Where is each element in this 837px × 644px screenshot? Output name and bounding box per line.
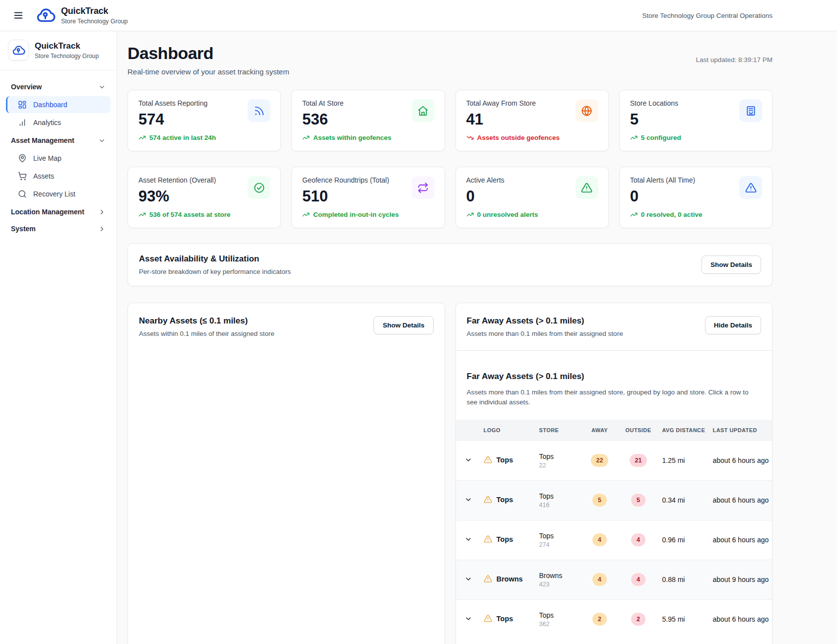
stat-cards-grid: Total Assets Reporting574574 active in l… (128, 90, 773, 228)
sidebar-section-overview[interactable]: Overview (6, 78, 111, 95)
avg-distance: 0.96 mi (659, 520, 710, 560)
column-header-avg-distance: AVG DISTANCE (659, 420, 710, 441)
column-header-away: AWAY (582, 420, 618, 441)
section-label: Location Management (11, 208, 84, 216)
check-circle-icon (248, 176, 270, 199)
store-name: Tops (539, 532, 579, 540)
store-number: 416 (539, 502, 579, 509)
table-row[interactable]: TopsTops362225.95 miabout 6 hours ago (456, 599, 773, 639)
logo-name: Tops (497, 456, 514, 464)
assets-columns: Nearby Assets (≤ 0.1 miles) Assets withi… (128, 303, 773, 644)
sidebar-section-asset-management[interactable]: Asset Management (6, 132, 111, 149)
stat-card-geofence-roundtrips-total: Geofence Roundtrips (Total)510Completed … (291, 167, 445, 228)
table-row[interactable]: TopsTops2222211.25 miabout 6 hours ago (456, 441, 773, 481)
sidebar-item-recovery-list[interactable]: Recovery List (6, 186, 111, 202)
chevron-down-icon[interactable] (464, 456, 472, 464)
chevron-down-icon[interactable] (464, 535, 472, 543)
sidebar-section-location-management[interactable]: Location Management (6, 203, 111, 220)
sidebar-item-analytics[interactable]: Analytics (6, 114, 111, 131)
avg-distance: 5.95 mi (659, 599, 710, 639)
main-content: Dashboard Real-time overview of your ass… (117, 31, 837, 644)
warning-triangle-icon (484, 535, 492, 543)
quicktrack-logo-icon (8, 40, 29, 61)
layout-dashboard-icon (18, 100, 27, 109)
last-updated: about 9 hours ago (710, 560, 773, 599)
sidebar-item-assets[interactable]: Assets (6, 168, 111, 185)
stat-delta-text: 5 configured (641, 134, 681, 141)
stat-card-active-alerts: Active Alerts00 unresolved alerts (455, 167, 609, 228)
page-header: Dashboard Real-time overview of your ass… (128, 44, 773, 76)
avg-distance: 0.34 mi (659, 480, 710, 520)
store-name: Tops (539, 452, 579, 460)
stat-delta-text: Assets within geofences (313, 134, 391, 141)
sidebar-item-label: Analytics (33, 119, 61, 127)
topbar: QuickTrack Store Technology Group Store … (0, 0, 837, 31)
trending-up-icon (302, 211, 310, 218)
table-row[interactable]: TopsTops416550.34 miabout 6 hours ago (456, 480, 773, 520)
trending-up-icon (466, 211, 474, 218)
show-details-button-nearby[interactable]: Show Details (374, 316, 433, 334)
avg-distance: 1.25 mi (659, 441, 710, 481)
column-header-outside: OUTSIDE (618, 420, 659, 441)
away-count-badge: 22 (591, 454, 609, 467)
last-updated: about 6 hours ago (710, 480, 773, 520)
building-icon (739, 99, 762, 122)
stat-card-total-assets-reporting: Total Assets Reporting574574 active in l… (128, 90, 281, 151)
stat-delta: 0 resolved, 0 active (630, 211, 762, 218)
stat-card-total-at-store: Total At Store536Assets within geofences (291, 90, 445, 151)
quicktrack-logo-icon (36, 5, 56, 25)
away-count-badge: 2 (592, 613, 607, 626)
stat-delta: 5 configured (630, 134, 762, 141)
nearby-assets-title: Nearby Assets (≤ 0.1 miles) (139, 316, 274, 326)
trending-up-icon (138, 134, 146, 141)
column-header-store: STORE (536, 420, 582, 441)
section-label: System (11, 225, 36, 233)
chevron-down-icon[interactable] (464, 615, 472, 623)
far-away-details-description: Assets more than 0.1 miles from their as… (467, 387, 757, 408)
last-updated: about 6 hours ago (710, 520, 773, 560)
stat-delta: 0 unresolved alerts (466, 211, 598, 218)
sidebar-item-label: Recovery List (33, 190, 75, 198)
far-away-table-header: LOGOSTOREAWAYOUTSIDEAVG DISTANCELAST UPD… (456, 420, 773, 441)
availability-panel: Asset Availability & Utilization Per-sto… (128, 243, 773, 286)
nearby-assets-header: Nearby Assets (≤ 0.1 miles) Assets withi… (128, 303, 445, 350)
table-row[interactable]: TopsTops274440.96 miabout 6 hours ago (456, 520, 773, 560)
chevron-down-icon[interactable] (464, 496, 472, 504)
hide-details-button-far[interactable]: Hide Details (705, 316, 761, 334)
trending-up-icon (302, 134, 310, 141)
nearby-assets-subtitle: Assets within 0.1 miles of their assigne… (139, 330, 274, 337)
warning-triangle-icon (484, 614, 492, 623)
table-row[interactable]: BrownsBrowns423440.88 miabout 9 hours ag… (456, 560, 773, 599)
warning-triangle-icon (484, 495, 492, 504)
stat-delta: 536 of 574 assets at store (138, 211, 270, 218)
sidebar-item-live-map[interactable]: Live Map (6, 150, 111, 167)
repeat-icon (412, 176, 435, 199)
availability-subtitle: Per-store breakdown of key performance i… (139, 268, 291, 275)
sidebar: QuickTrack Store Technology Group Overvi… (0, 31, 117, 644)
outside-count-badge: 4 (631, 573, 645, 586)
hamburger-menu-icon[interactable] (13, 10, 24, 21)
sidebar-item-label: Assets (33, 172, 54, 180)
show-details-button-availability[interactable]: Show Details (702, 256, 761, 274)
column-header-last-updated: LAST UPDATED (710, 420, 773, 441)
trending-up-icon (630, 134, 638, 141)
stat-delta-text: Completed in-out-in cycles (313, 211, 399, 218)
sidebar-brand: QuickTrack Store Technology Group (0, 31, 117, 70)
chevron-right-icon (98, 225, 106, 233)
column-header-logo: LOGO (481, 420, 536, 441)
store-name: Tops (539, 611, 579, 619)
sidebar-item-dashboard[interactable]: Dashboard (6, 96, 111, 113)
stat-delta: Assets within geofences (302, 134, 434, 141)
away-count-badge: 4 (592, 533, 607, 546)
stat-delta-text: 0 resolved, 0 active (641, 211, 703, 218)
trending-up-icon (630, 211, 638, 218)
stat-delta: 574 active in last 24h (138, 134, 270, 141)
warning-triangle-icon (484, 575, 492, 583)
logo-name: Tops (497, 615, 514, 623)
chevron-down-icon[interactable] (464, 575, 472, 583)
far-away-details-title: Far Away Assets (> 0.1 miles) (467, 372, 762, 382)
rss-icon (248, 99, 270, 122)
sidebar-section-system[interactable]: System (6, 220, 111, 237)
alert-triangle-icon (576, 176, 598, 199)
stat-delta-text: Assets outside geofences (477, 134, 560, 141)
